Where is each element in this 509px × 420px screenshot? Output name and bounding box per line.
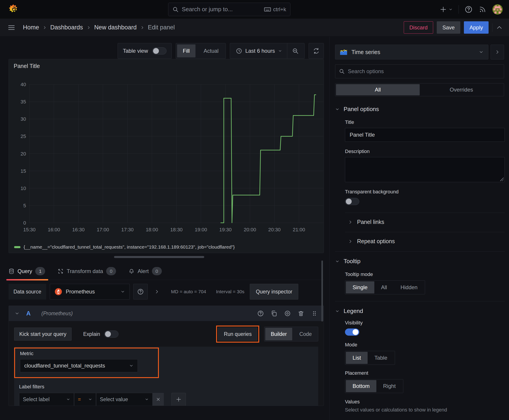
panel-options-header[interactable]: Panel options — [335, 106, 504, 113]
legend-visibility-toggle[interactable] — [345, 329, 359, 336]
tooltip-single-option[interactable]: Single — [346, 281, 374, 293]
viz-name: Time series — [351, 49, 475, 55]
tab-all[interactable]: All — [336, 84, 420, 95]
remove-filter-button[interactable] — [153, 393, 164, 406]
apply-button[interactable]: Apply — [464, 21, 489, 34]
add-filter-button[interactable] — [171, 393, 186, 406]
svg-text:15: 15 — [21, 168, 26, 174]
divider — [345, 232, 505, 232]
refresh-icon — [313, 48, 319, 54]
description-textarea[interactable] — [345, 157, 505, 182]
kick-start-button[interactable]: Kick start your query — [14, 328, 72, 341]
tab-query[interactable]: Query 1 — [8, 267, 45, 280]
tab-transform[interactable]: Transform data 0 — [58, 267, 116, 280]
chevron-right-icon — [43, 26, 47, 30]
discard-button[interactable]: Discard — [404, 21, 433, 34]
save-button[interactable]: Save — [437, 21, 460, 34]
duplicate-query-icon[interactable] — [271, 310, 277, 317]
search-placeholder: Search or jump to... — [182, 6, 261, 13]
time-range-picker[interactable]: Last 6 hours — [231, 43, 287, 59]
explain-toggle[interactable] — [104, 330, 119, 338]
placement-bottom-option[interactable]: Bottom — [346, 380, 376, 392]
chevron-right-icon — [495, 50, 500, 54]
query-count-badge: 1 — [35, 267, 45, 275]
placement-right-option[interactable]: Right — [376, 380, 403, 392]
transparent-bg-toggle[interactable] — [345, 198, 359, 205]
query-section-tabs: Query 1 Transform data 0 Alert 0 — [8, 264, 324, 280]
resize-handle[interactable] — [114, 256, 204, 258]
toggle-visibility-eye-icon[interactable] — [284, 310, 291, 317]
table-view-group: Table view — [118, 43, 171, 59]
placement-label: Placement — [345, 370, 504, 376]
avatar[interactable] — [492, 4, 503, 15]
options-search-input[interactable]: Search options — [335, 64, 504, 78]
refresh-button[interactable] — [309, 43, 324, 59]
zoom-out-button[interactable] — [287, 43, 304, 59]
query-help-icon[interactable] — [257, 310, 264, 317]
svg-text:30: 30 — [21, 116, 26, 122]
panel-links-section[interactable]: Panel links — [348, 219, 504, 225]
svg-text:20:30: 20:30 — [268, 227, 281, 232]
tooltip-all-option[interactable]: All — [374, 281, 394, 293]
code-option[interactable]: Code — [294, 328, 317, 340]
values-hint: Select values or calculations to show in… — [345, 407, 504, 413]
visualization-picker[interactable]: Time series — [335, 45, 488, 60]
breadcrumb-home[interactable]: Home — [23, 24, 39, 31]
help-button[interactable] — [464, 5, 473, 14]
breadcrumb-dashboards[interactable]: Dashboards — [50, 24, 83, 31]
fill-option[interactable]: Fill — [177, 45, 196, 57]
global-search-input[interactable]: Search or jump to... ctrl+k — [168, 3, 290, 16]
legend-mode-switch: List Table — [345, 351, 395, 365]
repeat-options-section[interactable]: Repeat options — [348, 238, 504, 245]
chevron-right-icon — [140, 26, 144, 30]
nav-divider — [458, 5, 459, 14]
breadcrumb-new-dashboard[interactable]: New dashboard — [94, 24, 137, 31]
keyboard-icon — [264, 7, 271, 12]
tab-overrides[interactable]: Overrides — [420, 84, 503, 95]
select-value-dropdown[interactable]: Select value — [96, 393, 153, 406]
chevron-down-icon — [278, 49, 282, 53]
time-series-chart[interactable]: 051015202530354015:3016:0016:3017:0017:3… — [9, 72, 324, 238]
legend-placement-switch: Bottom Right — [345, 379, 403, 393]
add-button[interactable] — [440, 6, 453, 13]
panel-title[interactable]: Panel Title — [9, 59, 324, 73]
resize-grip-icon[interactable] — [500, 178, 504, 181]
svg-text:35: 35 — [21, 99, 26, 105]
drag-handle-icon[interactable] — [311, 310, 318, 317]
table-view-toggle[interactable] — [152, 47, 167, 54]
svg-text:21:00: 21:00 — [293, 227, 305, 232]
chevron-up-icon[interactable] — [496, 24, 503, 31]
select-label-dropdown[interactable]: Select label — [19, 393, 74, 406]
tooltip-hidden-option[interactable]: Hidden — [394, 281, 424, 293]
legend-table-option[interactable]: Table — [368, 352, 394, 364]
scrollbar-thumb[interactable] — [321, 261, 323, 322]
expand-chevron-icon[interactable] — [154, 289, 159, 294]
tab-alert[interactable]: Alert 0 — [129, 267, 162, 280]
legend-list-option[interactable]: List — [346, 352, 368, 364]
run-queries-button[interactable]: Run queries — [218, 328, 257, 341]
tooltip-header[interactable]: Tooltip — [335, 258, 504, 265]
legend-header[interactable]: Legend — [335, 308, 504, 315]
tab-query-label: Query — [17, 268, 32, 274]
grafana-logo[interactable] — [8, 4, 19, 15]
datasource-help-button[interactable] — [133, 284, 148, 300]
svg-text:19:30: 19:30 — [219, 227, 232, 232]
news-rss-button[interactable] — [479, 5, 486, 14]
menu-icon[interactable] — [8, 24, 15, 31]
chevron-down-icon[interactable] — [15, 311, 20, 316]
title-input[interactable]: Panel Title — [345, 128, 505, 142]
viz-expand-button[interactable] — [491, 45, 504, 60]
actual-option[interactable]: Actual — [198, 45, 224, 57]
query-header[interactable]: A (Prometheus) — [9, 306, 324, 321]
delete-query-trash-icon[interactable] — [298, 310, 304, 317]
datasource-picker[interactable]: Prometheus — [50, 284, 130, 300]
svg-text:19:00: 19:00 — [195, 227, 207, 232]
metric-select[interactable]: cloudflared_tunnel_total_requests — [20, 359, 138, 372]
query-inspector-button[interactable]: Query inspector — [250, 284, 298, 300]
breadcrumb: Home Dashboards New dashboard Edit panel — [23, 24, 175, 31]
chevron-right-icon — [87, 26, 91, 30]
datasource-value: Prometheus — [66, 289, 117, 295]
operator-dropdown[interactable]: = — [74, 393, 96, 406]
chart-legend[interactable]: {__name__="cloudflared_tunnel_total_requ… — [14, 244, 235, 250]
builder-option[interactable]: Builder — [265, 328, 292, 340]
